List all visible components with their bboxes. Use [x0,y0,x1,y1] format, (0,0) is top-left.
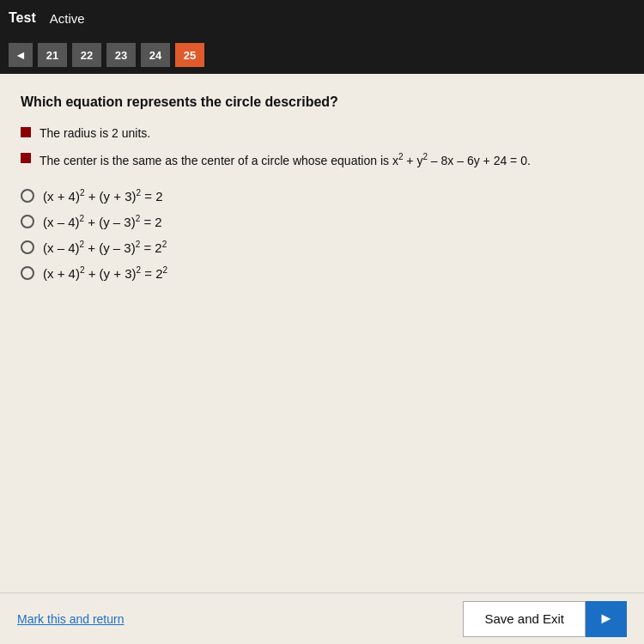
bullet-icon-2 [21,153,31,163]
nav-bar: ◄ 21 22 23 24 25 [0,36,644,74]
option-radio-3[interactable] [21,240,34,254]
option-2[interactable]: (x – 4)2 + (y – 3)2 = 2 [21,214,623,229]
nav-prev-button[interactable]: ◄ [9,43,33,67]
next-button[interactable]: ► [586,601,627,637]
question-text: Which equation represents the circle des… [21,94,623,110]
bullet-icon-1 [21,127,31,137]
top-bar: Test Active [0,0,644,36]
nav-num-23[interactable]: 23 [106,43,136,67]
status-badge: Active [50,11,85,26]
nav-num-24[interactable]: 24 [141,43,170,67]
option-label-4: (x + 4)2 + (y + 3)2 = 22 [43,265,167,281]
bottom-right-actions: Save and Exit ► [463,601,627,637]
mark-return-link[interactable]: Mark this and return [17,612,125,626]
app-title: Test [9,10,36,26]
nav-num-25[interactable]: 25 [175,43,204,67]
bullet-text-1: The radius is 2 units. [39,125,150,143]
save-exit-button[interactable]: Save and Exit [463,601,586,637]
option-1[interactable]: (x + 4)2 + (y + 3)2 = 2 [21,188,623,204]
nav-num-22[interactable]: 22 [72,43,101,67]
options-list: (x + 4)2 + (y + 3)2 = 2 (x – 4)2 + (y – … [21,188,623,281]
option-3[interactable]: (x – 4)2 + (y – 3)2 = 22 [21,240,623,255]
bullet-text-2: The center is the same as the center of … [39,151,531,169]
bullet-item-2: The center is the same as the center of … [21,151,623,169]
nav-num-21[interactable]: 21 [38,43,67,67]
next-arrow-icon: ► [598,610,614,628]
option-radio-4[interactable] [21,266,34,280]
bullet-item-1: The radius is 2 units. [21,125,623,143]
option-radio-2[interactable] [21,215,34,228]
option-label-3: (x – 4)2 + (y – 3)2 = 22 [43,240,167,255]
option-4[interactable]: (x + 4)2 + (y + 3)2 = 22 [21,265,623,281]
option-label-1: (x + 4)2 + (y + 3)2 = 2 [43,188,163,204]
option-radio-1[interactable] [21,189,34,203]
main-content: Which equation represents the circle des… [0,74,644,623]
bottom-bar: Mark this and return Save and Exit ► [0,592,644,644]
option-label-2: (x – 4)2 + (y – 3)2 = 2 [43,214,162,229]
